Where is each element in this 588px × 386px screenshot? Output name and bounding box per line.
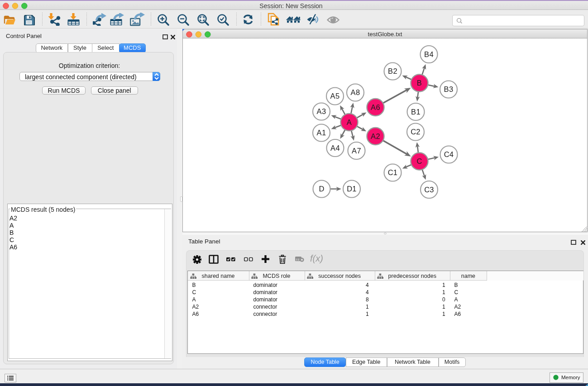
svg-text:A5: A5 <box>330 92 340 100</box>
svg-text:B: B <box>417 79 422 87</box>
svg-text:B3: B3 <box>444 85 454 93</box>
svg-text:A8: A8 <box>351 88 360 96</box>
svg-text:B1: B1 <box>411 108 421 116</box>
svg-text:C2: C2 <box>411 128 421 136</box>
svg-text:D1: D1 <box>347 185 357 193</box>
svg-text:B2: B2 <box>388 67 397 75</box>
svg-text:B4: B4 <box>424 50 434 58</box>
svg-text:A1: A1 <box>317 129 326 137</box>
svg-text:C3: C3 <box>424 186 434 194</box>
svg-text:A3: A3 <box>317 107 326 115</box>
svg-text:A2: A2 <box>371 132 380 140</box>
svg-text:A4: A4 <box>330 144 340 152</box>
svg-text:A7: A7 <box>352 147 361 155</box>
svg-text:f(x): f(x) <box>310 253 323 263</box>
svg-text:C: C <box>416 157 422 165</box>
svg-text:C1: C1 <box>388 168 398 176</box>
svg-text:C4: C4 <box>444 150 454 158</box>
svg-text:A6: A6 <box>371 103 380 111</box>
svg-text:A: A <box>347 118 352 126</box>
svg-text:D: D <box>319 185 324 193</box>
